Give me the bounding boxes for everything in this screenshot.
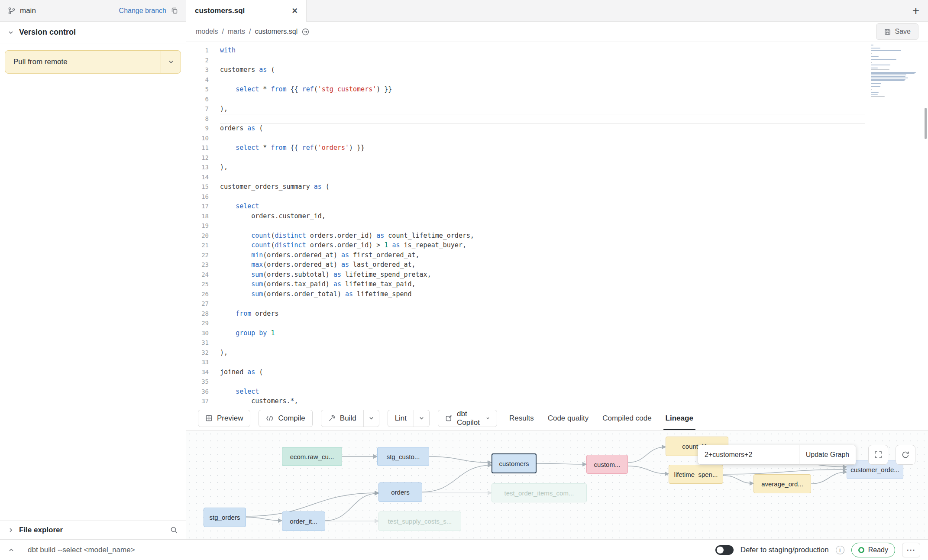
pull-from-remote-button[interactable]: Pull from remote [5, 50, 181, 74]
close-icon[interactable]: × [292, 6, 297, 16]
code-line[interactable] [220, 55, 865, 65]
code-line[interactable] [220, 133, 865, 143]
code-line[interactable] [220, 94, 865, 104]
code-line[interactable]: ), [220, 104, 865, 114]
code-line[interactable]: ), [220, 348, 865, 358]
code-line[interactable] [220, 357, 865, 367]
code-line[interactable]: min(orders.ordered_at) as first_ordered_… [220, 250, 865, 260]
copy-icon[interactable] [171, 7, 178, 14]
status-badge[interactable]: Ready [851, 543, 895, 557]
save-button[interactable]: Save [876, 23, 918, 40]
update-graph-button[interactable]: Update Graph [799, 445, 856, 465]
code-line[interactable] [220, 318, 865, 328]
tab-lineage[interactable]: Lineage [662, 406, 697, 430]
file-explorer-label: File explorer [19, 526, 63, 534]
code-line[interactable] [220, 114, 865, 124]
code-line[interactable] [220, 172, 865, 182]
dbt-copilot-button[interactable]: dbt Copilot [438, 410, 497, 427]
preview-button[interactable]: Preview [198, 410, 250, 427]
code-line[interactable] [220, 299, 865, 309]
code-line[interactable] [220, 338, 865, 348]
lineage-edge [811, 472, 847, 484]
copilot-label: dbt Copilot [457, 410, 482, 427]
code-line[interactable] [220, 75, 865, 85]
lineage-node-stg-orders[interactable]: stg_orders [204, 508, 246, 527]
breadcrumb-models[interactable]: models [196, 28, 218, 36]
lineage-node-lifetime-spend[interactable]: lifetime_spen... [669, 465, 723, 484]
code-line[interactable] [220, 153, 865, 163]
lineage-node-test-order-items[interactable]: test_order_items_com... [491, 483, 587, 502]
tab-code-quality[interactable]: Code quality [544, 406, 593, 430]
change-branch-link[interactable]: Change branch [119, 7, 166, 15]
breadcrumb-marts[interactable]: marts [228, 28, 245, 36]
code-line[interactable]: from orders [220, 309, 865, 319]
chevron-up-icon[interactable] [8, 547, 15, 554]
lint-dropdown-caret[interactable] [414, 410, 429, 427]
code-line[interactable]: customer_orders_summary as ( [220, 182, 865, 192]
more-options-button[interactable]: ⋯ [902, 543, 920, 557]
code-line[interactable] [220, 192, 865, 202]
file-actions-icon[interactable] [301, 28, 310, 36]
scrollbar-thumb[interactable] [925, 108, 927, 139]
lineage-node-orders[interactable]: orders [378, 482, 422, 502]
code-line[interactable]: max(orders.ordered_at) as last_ordered_a… [220, 260, 865, 270]
lineage-selector: Update Graph [698, 445, 856, 465]
breadcrumb-file: customers.sql [255, 28, 297, 36]
minimap-line [871, 94, 878, 95]
code-line[interactable]: joined as ( [220, 367, 865, 377]
build-dropdown-caret[interactable] [363, 410, 379, 427]
plus-icon: + [912, 4, 919, 18]
code-line[interactable]: sum(orders.order_total) as lifetime_spen… [220, 289, 865, 299]
code-line[interactable] [220, 377, 865, 387]
fullscreen-button[interactable] [868, 445, 888, 465]
file-explorer-header[interactable]: File explorer [0, 520, 186, 539]
lineage-node-test-supply-costs[interactable]: test_supply_costs_s... [378, 511, 461, 531]
tab-results[interactable]: Results [505, 406, 538, 430]
code-editor[interactable]: 1234567891011121314151617181920212223242… [186, 42, 928, 406]
code-area[interactable]: withcustomers as ( select * from {{ ref(… [220, 42, 865, 406]
code-line[interactable]: orders.customer_id, [220, 211, 865, 221]
build-label: Build [340, 414, 356, 423]
code-line[interactable] [220, 221, 865, 231]
search-icon[interactable] [170, 526, 178, 534]
code-line[interactable]: orders as ( [220, 123, 865, 133]
lineage-node-ecom-raw-customers[interactable]: ecom.raw_cu... [282, 447, 342, 466]
code-line[interactable]: select [220, 201, 865, 211]
lineage-canvas[interactable]: Update Graph ecom.raw_cu...stg_custo...c… [186, 431, 928, 539]
code-line[interactable]: select * from {{ ref('stg_customers') }} [220, 84, 865, 94]
lineage-node-average-order[interactable]: average_ord... [753, 474, 811, 493]
lineage-node-order-items[interactable]: order_it... [282, 511, 325, 531]
minimap-line [871, 53, 872, 54]
tab-customers-sql[interactable]: customers.sql × [186, 0, 307, 22]
defer-toggle[interactable] [715, 545, 734, 555]
line-number: 8 [186, 114, 220, 124]
lineage-node-customers-pink[interactable]: custom... [586, 455, 628, 474]
lineage-selector-input[interactable] [698, 445, 799, 465]
version-control-header[interactable]: Version control [0, 22, 186, 43]
app-window: main Change branch Version control Pull … [0, 0, 928, 539]
code-line[interactable]: count(distinct orders.order_id) as count… [220, 231, 865, 241]
code-line[interactable]: count(distinct orders.order_id) > 1 as i… [220, 240, 865, 250]
new-tab-button[interactable]: + [904, 0, 928, 21]
lint-button[interactable]: Lint [388, 410, 430, 427]
code-line[interactable]: select * from {{ ref('orders') }} [220, 143, 865, 153]
compile-button[interactable]: Compile [259, 410, 312, 427]
code-line[interactable]: customers as ( [220, 65, 865, 75]
code-line[interactable]: with [220, 45, 865, 55]
code-line[interactable]: sum(orders.subtotal) as lifetime_spend_p… [220, 270, 865, 280]
info-icon[interactable]: i [836, 546, 844, 554]
pull-dropdown-caret[interactable] [161, 51, 181, 73]
tab-compiled-code[interactable]: Compiled code [598, 406, 655, 430]
minimap[interactable] [871, 45, 922, 97]
lineage-node-stg-customers[interactable]: stg_custo... [377, 447, 429, 466]
build-button[interactable]: Build [321, 410, 379, 427]
code-line[interactable]: ), [220, 162, 865, 172]
code-line[interactable]: customers.*, [220, 396, 865, 406]
refresh-button[interactable] [896, 445, 915, 465]
minimap-line [871, 45, 873, 45]
code-line[interactable]: select [220, 387, 865, 397]
code-line[interactable]: group by 1 [220, 328, 865, 338]
minimap-line [871, 56, 879, 57]
code-line[interactable]: sum(orders.tax_paid) as lifetime_tax_pai… [220, 279, 865, 289]
lineage-node-customers[interactable]: customers [491, 453, 537, 473]
